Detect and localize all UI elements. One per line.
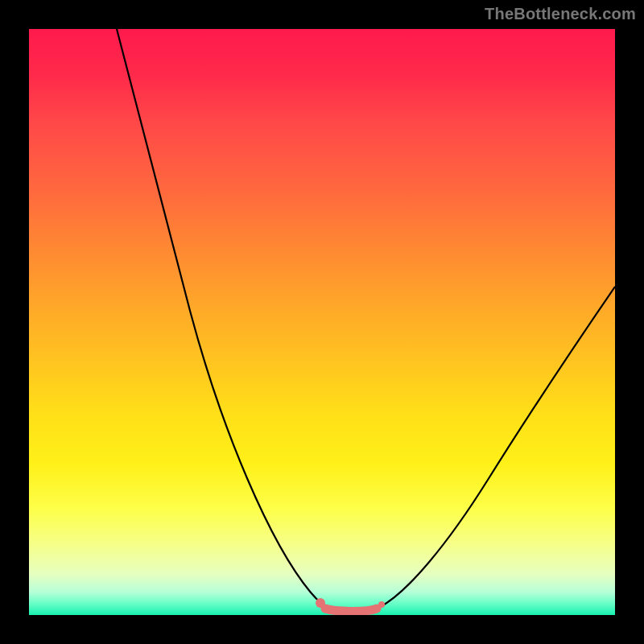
curve-layer [29,29,615,615]
flat-markers [316,598,385,611]
right-curve [380,287,615,607]
chart-frame: TheBottleneck.com [0,0,644,644]
left-curve [117,29,331,609]
watermark-text: TheBottleneck.com [485,5,636,23]
svg-point-1 [378,601,385,608]
plot-area [29,29,615,615]
